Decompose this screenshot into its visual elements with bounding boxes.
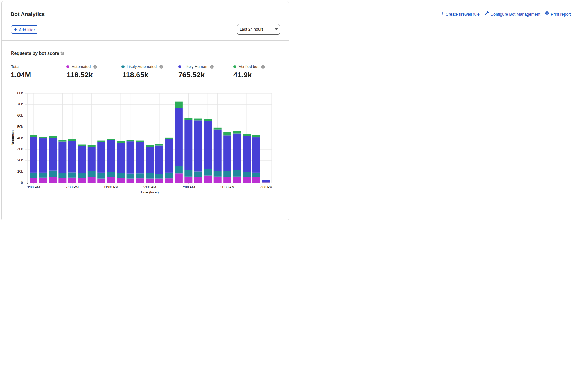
svg-text:40k: 40k: [17, 136, 23, 140]
svg-text:3:00 PM: 3:00 PM: [27, 185, 40, 189]
svg-text:3:00 PM: 3:00 PM: [260, 185, 273, 189]
svg-text:7:00 AM: 7:00 AM: [182, 185, 195, 189]
svg-text:30k: 30k: [17, 147, 23, 151]
svg-text:11:00 PM: 11:00 PM: [103, 185, 118, 189]
svg-text:10k: 10k: [17, 170, 23, 174]
svg-text:Time (local): Time (local): [141, 190, 159, 194]
svg-text:0: 0: [21, 181, 23, 185]
svg-text:20k: 20k: [17, 158, 23, 162]
svg-text:70k: 70k: [17, 102, 23, 106]
svg-text:Requests: Requests: [11, 130, 15, 145]
svg-text:50k: 50k: [17, 125, 23, 129]
svg-text:80k: 80k: [17, 91, 23, 95]
svg-text:7:00 PM: 7:00 PM: [66, 185, 79, 189]
svg-text:3:00 AM: 3:00 AM: [143, 185, 156, 189]
svg-text:11:00 AM: 11:00 AM: [220, 185, 234, 189]
svg-text:60k: 60k: [17, 114, 23, 118]
